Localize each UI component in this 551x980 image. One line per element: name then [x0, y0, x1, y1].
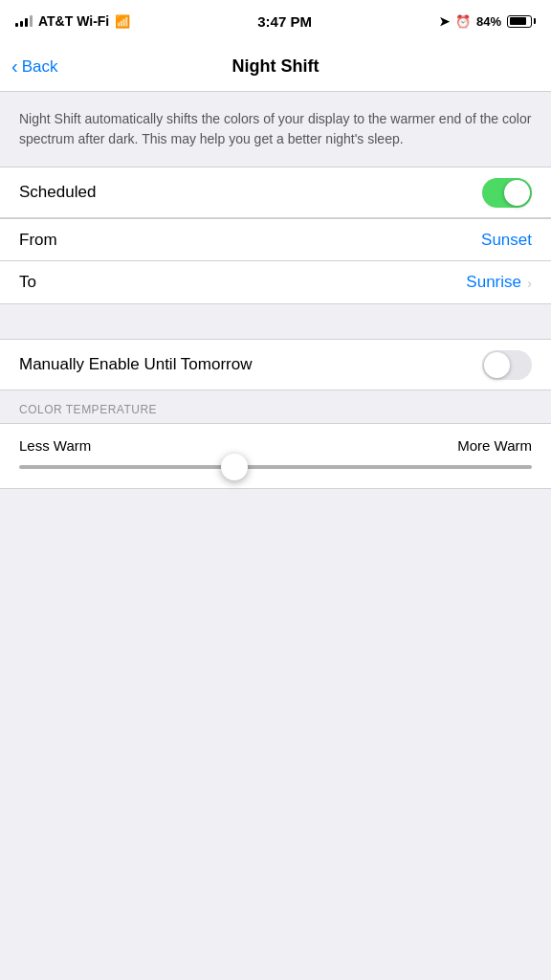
scheduled-toggle[interactable]	[482, 178, 532, 208]
from-label: From	[19, 231, 57, 250]
from-to-section: From Sunset To Sunrise ›	[0, 218, 551, 304]
manual-row: Manually Enable Until Tomorrow	[0, 340, 551, 390]
to-value-area: Sunrise ›	[466, 273, 532, 292]
back-chevron-icon: ‹	[11, 56, 18, 76]
back-label: Back	[22, 57, 58, 77]
color-temp-section: Less Warm More Warm	[0, 423, 551, 489]
status-left: AT&T Wi-Fi 📶	[15, 13, 130, 29]
scheduled-group: Scheduled	[0, 167, 551, 218]
status-time: 3:47 PM	[257, 13, 312, 30]
signal-icon	[15, 15, 33, 27]
description-text: Night Shift automatically shifts the col…	[19, 109, 532, 149]
manual-toggle-track	[482, 350, 532, 380]
scheduled-toggle-thumb	[504, 180, 530, 206]
slider-track	[19, 465, 532, 469]
slider-thumb[interactable]	[221, 454, 248, 480]
to-label: To	[19, 273, 36, 292]
battery-icon	[507, 15, 536, 28]
more-warm-label: More Warm	[457, 437, 532, 454]
from-value: Sunset	[481, 231, 532, 250]
status-right: ➤ ⏰ 84%	[439, 14, 536, 29]
scheduled-label: Scheduled	[19, 183, 96, 202]
manual-label: Manually Enable Until Tomorrow	[19, 355, 252, 374]
wifi-icon: 📶	[115, 14, 130, 29]
chevron-right-icon: ›	[527, 275, 532, 291]
page-title: Night Shift	[232, 56, 320, 77]
back-button[interactable]: ‹ Back	[11, 57, 57, 77]
color-temp-section-label: COLOR TEMPERATURE	[19, 403, 157, 416]
manual-group: Manually Enable Until Tomorrow	[0, 339, 551, 390]
to-value: Sunrise	[466, 273, 521, 292]
manual-toggle-thumb	[484, 352, 510, 378]
color-temp-slider-container	[0, 457, 551, 488]
to-row[interactable]: To Sunrise ›	[0, 261, 551, 303]
from-value-area: Sunset	[481, 231, 532, 250]
color-temp-label-area: COLOR TEMPERATURE	[0, 390, 551, 423]
scheduled-toggle-track	[482, 178, 532, 208]
less-warm-label: Less Warm	[19, 437, 91, 454]
nav-bar: ‹ Back Night Shift	[0, 42, 551, 92]
battery-label: 84%	[476, 14, 501, 29]
description-section: Night Shift automatically shifts the col…	[0, 92, 551, 167]
location-icon: ➤	[439, 14, 450, 29]
color-temp-labels: Less Warm More Warm	[0, 424, 551, 457]
from-row[interactable]: From Sunset	[0, 219, 551, 261]
scheduled-row: Scheduled	[0, 167, 551, 217]
manual-toggle[interactable]	[482, 350, 532, 380]
alarm-icon: ⏰	[455, 14, 471, 29]
status-bar: AT&T Wi-Fi 📶 3:47 PM ➤ ⏰ 84%	[0, 0, 551, 42]
carrier-label: AT&T Wi-Fi	[38, 13, 109, 29]
section-gap-1	[0, 304, 551, 339]
bottom-fill	[0, 489, 551, 680]
